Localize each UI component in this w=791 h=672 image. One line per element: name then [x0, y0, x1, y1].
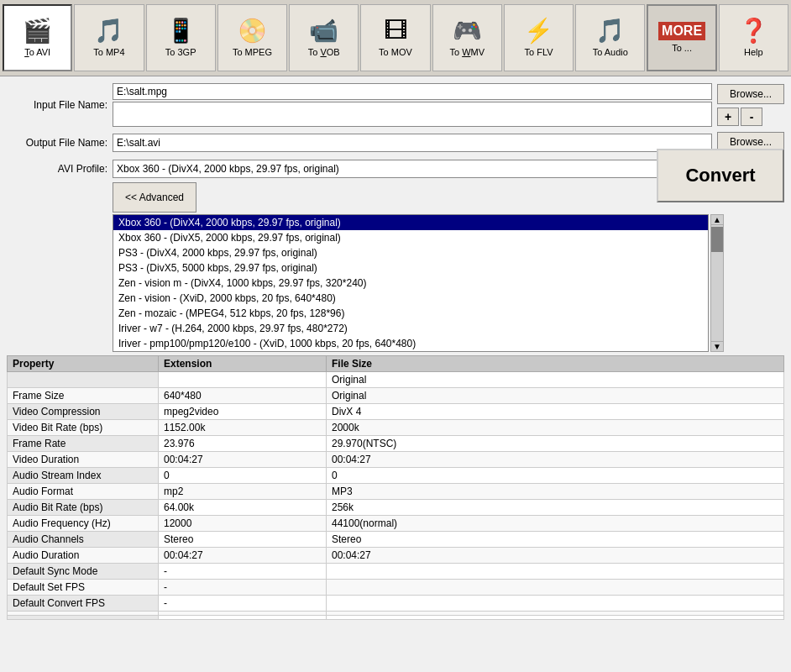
property-table: Property Extension File Size OriginalFra… — [7, 355, 784, 620]
toolbar-btn-to-avi[interactable]: 🎬 To AVI — [3, 4, 72, 71]
prop-label: Audio Stream Index — [8, 468, 159, 484]
prop-original — [327, 616, 784, 620]
dropdown-item[interactable]: PS3 - (DivX5, 5000 kbps, 29.97 fps, orig… — [113, 260, 708, 276]
table-row: Original — [8, 372, 784, 388]
avi-profile-label: AVI Profile: — [7, 163, 107, 175]
prop-original: 0 — [327, 468, 784, 484]
dropdown-item[interactable]: Zen - mozaic - (MPEG4, 512 kbps, 20 fps,… — [113, 306, 708, 321]
prop-original — [327, 596, 784, 612]
scroll-thumb — [711, 227, 723, 252]
table-row: Video Duration00:04:2700:04:27 — [8, 452, 784, 468]
prop-current: - — [159, 564, 327, 580]
toolbar-btn-to-more[interactable]: MORE To ... — [647, 4, 716, 71]
to-mp4-label: To MP4 — [93, 47, 124, 58]
table-row: Audio Stream Index00 — [8, 468, 784, 484]
dropdown-item[interactable]: Xbox 360 - (DivX5, 2000 kbps, 29.97 fps,… — [113, 230, 708, 245]
toolbar-btn-to-mov[interactable]: 🎞 To MOV — [360, 4, 430, 71]
toolbar-btn-to-mp4[interactable]: 🎵 To MP4 — [74, 4, 144, 71]
table-row: Frame Size640*480Original — [8, 388, 784, 404]
toolbar-btn-to-3gp[interactable]: 📱 To 3GP — [146, 4, 216, 71]
col-header-property: Property — [8, 356, 159, 372]
scroll-up-button[interactable]: ▲ — [711, 215, 723, 225]
dropdown-item[interactable]: Zen - vision - (XviD, 2000 kbps, 20 fps,… — [113, 291, 708, 306]
prop-current: 00:04:27 — [159, 452, 327, 468]
dropdown-item[interactable]: Zen - vision m - (DivX4, 1000 kbps, 29.9… — [113, 276, 708, 291]
input-file-label: Input File Name: — [7, 99, 107, 111]
dropdown-item[interactable]: Iriver - w7 - (H.264, 2000 kbps, 29.97 f… — [113, 321, 708, 336]
prop-label: Audio Duration — [8, 548, 159, 564]
table-row: Audio Duration00:04:2700:04:27 — [8, 548, 784, 564]
prop-original: 00:04:27 — [327, 452, 784, 468]
prop-label: Default Sync Mode — [8, 564, 159, 580]
input-file-row: Input File Name: Browse... + - — [7, 83, 784, 127]
toolbar-btn-to-mpeg[interactable]: 📀 To MPEG — [217, 4, 287, 71]
output-file-label: Output File Name: — [7, 137, 107, 149]
prop-label: Default Convert FPS — [8, 596, 159, 612]
profile-select-wrapper: Xbox 360 - (DivX4, 2000 kbps, 29.97 fps,… — [113, 160, 712, 178]
toolbar-btn-to-vob[interactable]: 📹 To VOB — [289, 4, 359, 71]
prop-label: Audio Format — [8, 484, 159, 500]
prop-current — [159, 372, 327, 388]
dropdown-item[interactable]: Iriver - pmp100/pmp120/e100 - (XviD, 100… — [113, 336, 708, 351]
prop-original: Original — [327, 388, 784, 404]
help-icon: ❓ — [739, 17, 768, 45]
prop-current: 0 — [159, 468, 327, 484]
prop-current: - — [159, 596, 327, 612]
prop-current: 640*480 — [159, 388, 327, 404]
input-browse-button[interactable]: Browse... — [717, 84, 784, 104]
profile-select[interactable]: Xbox 360 - (DivX4, 2000 kbps, 29.97 fps,… — [113, 160, 712, 178]
toolbar-btn-help[interactable]: ❓ Help — [719, 4, 788, 71]
prop-label: Audio Channels — [8, 532, 159, 548]
prop-label: Audio Frequency (Hz) — [8, 516, 159, 532]
prop-label — [8, 372, 159, 388]
output-file-field[interactable] — [113, 134, 712, 152]
table-row: Frame Rate23.97629.970(NTSC) — [8, 436, 784, 452]
prop-label: Default Set FPS — [8, 580, 159, 596]
to-vob-label: To VOB — [308, 47, 340, 58]
minus-button[interactable]: - — [741, 108, 762, 126]
to-more-label: To ... — [672, 43, 692, 54]
prop-label: Frame Rate — [8, 436, 159, 452]
dropdown-scrollbar[interactable]: ▲ ▼ — [710, 214, 724, 352]
dropdown-items: Xbox 360 - (DivX4, 2000 kbps, 29.97 fps,… — [113, 215, 708, 351]
table-row: Default Sync Mode- — [8, 564, 784, 580]
advanced-button[interactable]: << Advanced — [113, 182, 196, 213]
to-mpeg-icon: 📀 — [238, 17, 267, 45]
prop-label: Video Duration — [8, 452, 159, 468]
table-row: Audio Bit Rate (bps)64.00k256k — [8, 500, 784, 516]
plus-minus-group: + - — [717, 108, 784, 126]
dropdown-item[interactable]: PS3 - (DivX4, 2000 kbps, 29.97 fps, orig… — [113, 245, 708, 260]
toolbar-btn-to-flv[interactable]: ⚡ To FLV — [504, 4, 574, 71]
prop-original: Stereo — [327, 532, 784, 548]
action-row: << Advanced Convert — [113, 182, 784, 213]
table-row: Video Compressionmpeg2videoDivX 4 — [8, 404, 784, 420]
prop-original: 00:04:27 — [327, 548, 784, 564]
prop-current: 64.00k — [159, 500, 327, 516]
convert-button[interactable]: Convert — [657, 149, 784, 202]
prop-original: 2000k — [327, 420, 784, 436]
col-header-file-size: File Size — [327, 356, 784, 372]
table-row — [8, 616, 784, 620]
prop-original: Original — [327, 372, 784, 388]
dropdown-item[interactable]: Xbox 360 - (DivX4, 2000 kbps, 29.97 fps,… — [113, 215, 708, 230]
to-wmv-label: To WMV — [449, 47, 485, 58]
prop-label: Video Compression — [8, 404, 159, 420]
to-wmv-icon: 🎮 — [453, 17, 482, 45]
toolbar-btn-to-wmv[interactable]: 🎮 To WMV — [432, 4, 502, 71]
prop-current: 1152.00k — [159, 420, 327, 436]
toolbar-btn-to-audio[interactable]: 🎵 To Audio — [575, 4, 645, 71]
input-file-field[interactable] — [113, 83, 712, 100]
to-avi-icon: 🎬 — [23, 17, 52, 45]
to-3gp-label: To 3GP — [165, 47, 196, 58]
plus-button[interactable]: + — [717, 108, 739, 126]
toolbar: 🎬 To AVI 🎵 To MP4 📱 To 3GP 📀 To MPEG 📹 T… — [0, 0, 791, 76]
dropdown-container: Xbox 360 - (DivX4, 2000 kbps, 29.97 fps,… — [113, 214, 709, 352]
dropdown-list: Xbox 360 - (DivX4, 2000 kbps, 29.97 fps,… — [113, 214, 709, 352]
prop-label: Video Bit Rate (bps) — [8, 420, 159, 436]
table-row: Audio Formatmp2MP3 — [8, 484, 784, 500]
scroll-down-button[interactable]: ▼ — [711, 341, 723, 351]
to-3gp-icon: 📱 — [166, 17, 196, 45]
prop-label: Frame Size — [8, 388, 159, 404]
main-area: Input File Name: Browse... + - Output Fi… — [0, 76, 791, 627]
prop-current: - — [159, 580, 327, 596]
